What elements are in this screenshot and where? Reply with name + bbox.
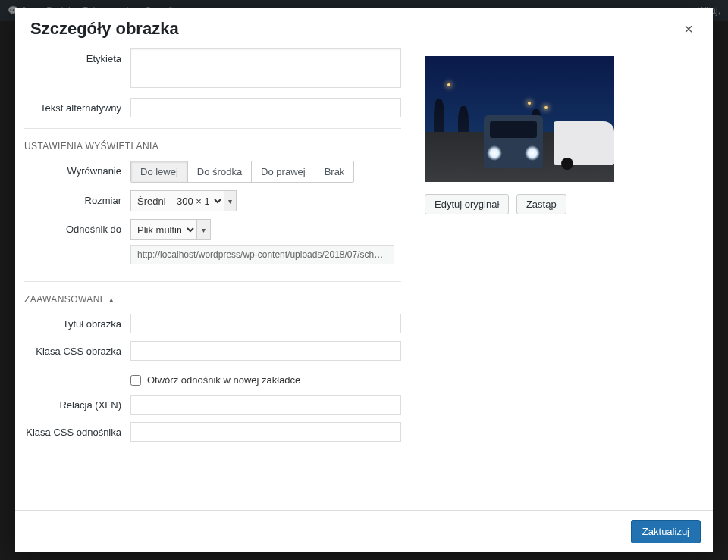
row-linkclass: Klasa CSS odnośnika	[24, 422, 401, 442]
image-details-modal: Szczegóły obrazka × Etykieta Tekst alter…	[15, 8, 713, 552]
row-alt: Tekst alternatywny	[24, 98, 401, 117]
row-caption: Etykieta	[24, 48, 401, 90]
size-select[interactable]: Średni – 300 × 199 ▾	[130, 190, 237, 211]
row-imgtitle: Tytuł obrazka	[24, 314, 401, 333]
modal-title: Szczegóły obrazka	[30, 19, 179, 39]
open-new-tab-checkbox[interactable]	[130, 375, 141, 386]
label-imgtitle: Tytuł obrazka	[24, 314, 130, 330]
divider	[24, 281, 401, 282]
align-left-button[interactable]: Do lewej	[131, 161, 188, 182]
label-linkclass: Klasa CSS odnośnika	[24, 422, 130, 438]
section-advanced-toggle[interactable]: ZAAWANSOWANE▴	[24, 294, 401, 305]
link-css-class-input[interactable]	[130, 422, 401, 442]
link-rel-input[interactable]	[130, 395, 401, 415]
align-center-button[interactable]: Do środka	[188, 161, 252, 182]
image-css-class-input[interactable]	[130, 341, 401, 361]
align-right-button[interactable]: Do prawej	[252, 161, 315, 182]
open-new-tab-label: Otwórz odnośnik w nowej zakładce	[147, 374, 300, 386]
image-preview	[425, 56, 614, 182]
row-imgclass: Klasa CSS obrazka	[24, 341, 401, 361]
label-rel: Relacja (XFN)	[24, 395, 130, 411]
divider	[24, 128, 401, 129]
label-linkto: Odnośnik do	[24, 219, 130, 235]
close-icon[interactable]: ×	[679, 18, 698, 39]
link-url-display: http://localhost/wordpress/wp-content/up…	[130, 245, 394, 264]
label-caption: Etykieta	[24, 48, 130, 64]
chevron-down-icon: ▾	[196, 220, 210, 239]
settings-column: Etykieta Tekst alternatywny USTAWIENIA W…	[15, 48, 410, 510]
label-alt: Tekst alternatywny	[24, 98, 130, 114]
label-size: Rozmiar	[24, 190, 130, 206]
preview-actions: Edytuj oryginał Zastąp	[425, 194, 698, 214]
row-newtab: Otwórz odnośnik w nowej zakładce	[130, 374, 401, 386]
image-title-input[interactable]	[130, 314, 401, 333]
replace-button[interactable]: Zastąp	[516, 194, 566, 214]
preview-column: Edytuj oryginał Zastąp	[410, 48, 713, 510]
align-button-group: Do lewej Do środka Do prawej Brak	[130, 161, 354, 183]
alt-text-input[interactable]	[130, 98, 401, 117]
row-size: Rozmiar Średni – 300 × 199 ▾	[24, 190, 401, 211]
row-rel: Relacja (XFN)	[24, 395, 401, 415]
label-align: Wyrównanie	[24, 161, 130, 177]
modal-header: Szczegóły obrazka ×	[15, 8, 713, 48]
section-display-title: USTAWIENIA WYŚWIETLANIA	[24, 141, 401, 152]
chevron-down-icon: ▾	[224, 191, 236, 211]
update-button[interactable]: Zaktualizuj	[631, 520, 701, 543]
modal-body: Etykieta Tekst alternatywny USTAWIENIA W…	[15, 48, 713, 510]
linkto-select[interactable]: Plik multimedialny ▾	[130, 219, 211, 240]
row-linkto: Odnośnik do Plik multimedialny ▾	[24, 219, 401, 240]
label-imgclass: Klasa CSS obrazka	[24, 341, 130, 357]
align-none-button[interactable]: Brak	[315, 161, 354, 182]
caption-textarea[interactable]	[130, 48, 401, 88]
caret-up-icon: ▴	[109, 295, 114, 304]
edit-original-button[interactable]: Edytuj oryginał	[425, 194, 509, 214]
row-align: Wyrównanie Do lewej Do środka Do prawej …	[24, 161, 401, 183]
modal-footer: Zaktualizuj	[15, 510, 713, 552]
